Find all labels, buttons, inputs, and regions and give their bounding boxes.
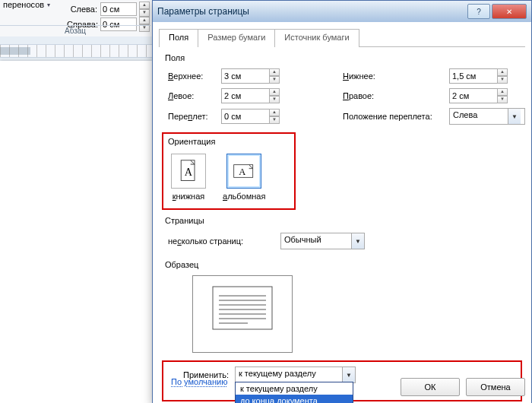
indent-left-spinner[interactable]: ▲▼ — [139, 2, 150, 17]
dialog-buttons: ОК Отмена — [401, 378, 525, 396]
apply-to-dropdown-list: к текущему разделу до конца документа ко… — [235, 382, 353, 403]
close-button[interactable]: ✕ — [492, 4, 527, 19]
tab-page-margins: Поля Верхнее: ▲▼ Нижнее: ▲▼ Левое: ▲▼ Пр… — [159, 47, 525, 401]
spinner[interactable]: ▲▼ — [269, 109, 280, 124]
hyphenation-text: переносов — [3, 0, 44, 9]
orientation-group: Ориентация A книжная A альбомная — [162, 132, 296, 210]
orientation-landscape[interactable]: A альбомная — [223, 154, 265, 201]
close-icon: ✕ — [506, 8, 512, 16]
spinner[interactable]: ▲▼ — [269, 88, 280, 103]
help-icon: ? — [477, 8, 481, 16]
chevron-down-icon[interactable]: ▾ — [47, 2, 50, 8]
spinner[interactable]: ▲▼ — [497, 88, 508, 103]
chevron-down-icon[interactable]: ▼ — [351, 233, 364, 249]
multiple-pages-combo[interactable]: Обычный▼ — [280, 233, 365, 249]
tab-strip: Поля Размер бумаги Источник бумаги — [159, 28, 525, 47]
orientation-landscape-label: альбомная — [223, 192, 265, 201]
gutter-label: Переплет: — [168, 112, 221, 121]
svg-text:A: A — [185, 166, 193, 178]
margin-bottom-label: Нижнее: — [343, 71, 449, 81]
margins-group-label: Поля — [162, 52, 522, 65]
multiple-pages-label: несколько страниц: — [168, 236, 267, 246]
dialog-titlebar[interactable]: Параметры страницы ? ✕ — [153, 1, 531, 22]
chevron-down-icon[interactable]: ▼ — [508, 109, 521, 124]
orientation-portrait-label: книжная — [173, 192, 205, 201]
orientation-portrait[interactable]: A книжная — [171, 154, 206, 201]
apply-to-dropdown[interactable]: к текущему разделу▼ к текущему разделу д… — [235, 367, 356, 383]
landscape-icon: A — [226, 154, 261, 189]
margin-top-label: Верхнее: — [168, 71, 221, 81]
set-as-default-link[interactable]: По умолчанию — [168, 377, 227, 386]
margin-right-input[interactable]: ▲▼ — [449, 88, 525, 103]
orientation-group-label: Ориентация — [168, 135, 290, 149]
margins-grid: Верхнее: ▲▼ Нижнее: ▲▼ Левое: ▲▼ Правое:… — [162, 65, 522, 131]
portrait-icon: A — [171, 154, 206, 189]
ribbon-group-label: Абзац — [0, 25, 150, 36]
spinner[interactable]: ▲▼ — [497, 68, 508, 84]
margin-right-label: Правое: — [343, 91, 449, 100]
indent-left-label: Слева: — [67, 5, 97, 14]
margin-left-input[interactable]: ▲▼ — [221, 88, 290, 103]
preview-group-label: Образец — [162, 259, 522, 272]
tab-paper-source[interactable]: Источник бумаги — [274, 29, 359, 47]
help-button[interactable]: ? — [467, 4, 490, 19]
pages-row: несколько страниц: Обычный▼ — [162, 228, 522, 259]
tab-paper-size[interactable]: Размер бумаги — [198, 29, 275, 47]
chevron-down-icon[interactable]: ▼ — [342, 367, 355, 382]
page-setup-dialog: Параметры страницы ? ✕ Поля Размер бумаг… — [152, 0, 532, 403]
ok-button[interactable]: ОК — [401, 378, 460, 396]
spinner[interactable]: ▲▼ — [269, 68, 280, 84]
horizontal-ruler[interactable] — [0, 44, 153, 58]
margin-left-label: Левое: — [168, 91, 221, 100]
margin-top-input[interactable]: ▲▼ — [221, 68, 290, 84]
pages-group-label: Страницы — [162, 214, 522, 228]
margin-bottom-input[interactable]: ▲▼ — [449, 68, 525, 84]
svg-text:A: A — [239, 167, 246, 177]
gutter-position-combo[interactable]: Слева▼ — [449, 108, 525, 125]
apply-option-to-end[interactable]: до конца документа — [236, 395, 353, 403]
tab-margins[interactable]: Поля — [159, 29, 198, 47]
gutter-position-label: Положение переплета: — [343, 112, 449, 121]
page-preview — [192, 275, 293, 353]
document-area — [0, 36, 152, 403]
gutter-input[interactable]: ▲▼ — [221, 109, 290, 124]
dialog-title: Параметры страницы — [157, 6, 249, 17]
document-page — [0, 61, 152, 403]
hyphenation-label: переносов ▾ — [3, 0, 50, 9]
indent-left-input[interactable] — [100, 2, 137, 16]
apply-option-current-section[interactable]: к текущему разделу — [236, 382, 353, 395]
indent-left-row: Слева: ▲▼ — [67, 2, 150, 17]
cancel-button[interactable]: Отмена — [466, 378, 525, 396]
